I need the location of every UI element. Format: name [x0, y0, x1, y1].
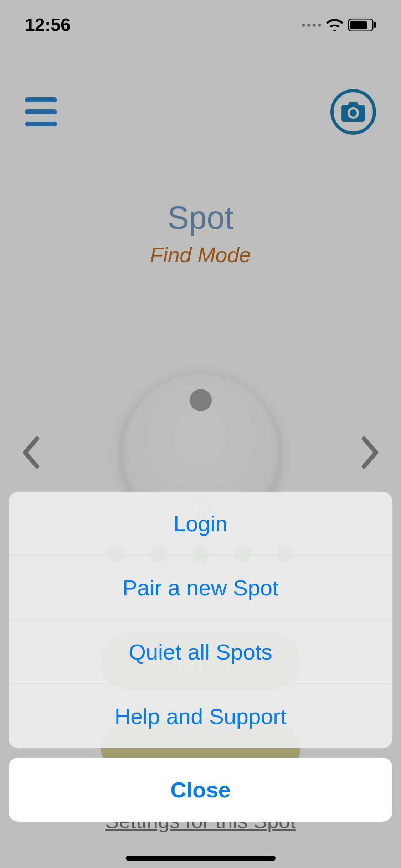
action-sheet-group: Login Pair a new Spot Quiet all Spots He… [9, 492, 392, 748]
action-help-support[interactable]: Help and Support [9, 684, 392, 748]
action-close[interactable]: Close [9, 758, 392, 822]
action-sheet: Login Pair a new Spot Quiet all Spots He… [9, 492, 392, 822]
home-indicator[interactable] [126, 856, 276, 861]
action-pair-new-spot[interactable]: Pair a new Spot [9, 556, 392, 620]
action-quiet-all-spots[interactable]: Quiet all Spots [9, 620, 392, 684]
action-login[interactable]: Login [9, 492, 392, 556]
